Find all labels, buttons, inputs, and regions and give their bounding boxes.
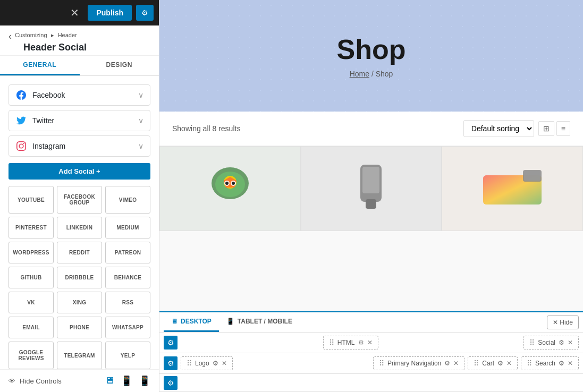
hide-controls-label[interactable]: 👁 Hide Controls — [9, 377, 62, 385]
social-grid: YOUTUBE FACEBOOK GROUP VIMEO PINTEREST L… — [0, 186, 159, 369]
tab-general[interactable]: GENERAL — [0, 56, 80, 75]
shop-toolbar: Showing all 8 results Default sorting ⊞ … — [159, 112, 583, 146]
cart-close-icon[interactable]: ✕ — [506, 360, 512, 367]
hide-controls-text: Hide Controls — [20, 377, 62, 385]
social-item-twitter[interactable]: Twitter ∨ — [9, 110, 150, 131]
sort-select[interactable]: Default sorting — [463, 120, 534, 137]
product-card-3[interactable] — [442, 146, 583, 231]
builder-tabs: 🖥 DESKTOP 📱 TABLET / MOBILE ✕ Hide — [159, 312, 583, 333]
list-view-button[interactable]: ≡ — [556, 121, 570, 136]
social-drag-handle[interactable]: ⠿ — [529, 338, 535, 347]
widget-html[interactable]: ⠿ HTML ⚙ ✕ — [323, 336, 378, 350]
svg-rect-8 — [362, 167, 379, 193]
grid-btn-facebook-group[interactable]: FACEBOOK GROUP — [57, 186, 102, 214]
breadcrumb: Customizing ▸ Header — [9, 32, 150, 39]
social-item-instagram[interactable]: Instagram ∨ — [9, 135, 150, 157]
desktop-tab-icon: 🖥 — [171, 318, 178, 325]
html-drag-handle[interactable]: ⠿ — [329, 338, 334, 347]
grid-btn-google-reviews[interactable]: GOOGLE REVIEWS — [9, 342, 54, 369]
desktop-icon[interactable]: 🖥 — [105, 375, 114, 387]
shop-breadcrumb-current: Shop — [376, 70, 393, 78]
html-close-icon[interactable]: ✕ — [367, 339, 373, 346]
grid-btn-pinterest[interactable]: PINTEREST — [9, 217, 54, 238]
grid-btn-rss[interactable]: RSS — [105, 292, 150, 313]
grid-btn-whatsapp[interactable]: WHATSAPP — [105, 317, 150, 338]
grid-btn-github[interactable]: GITHUB — [9, 267, 54, 288]
hide-button[interactable]: ✕ Hide — [547, 316, 579, 329]
settings-button[interactable]: ⚙ — [136, 5, 154, 21]
shop-home-link[interactable]: Home — [350, 70, 369, 78]
search-close-icon[interactable]: ✕ — [568, 360, 573, 367]
social-close-icon[interactable]: ✕ — [568, 339, 573, 346]
grid-btn-medium[interactable]: MEDIUM — [105, 217, 150, 238]
builder-tab-tablet[interactable]: 📱 TABLET / MOBILE — [219, 312, 300, 332]
grid-btn-linkedin[interactable]: LINKEDIN — [57, 217, 102, 238]
shop-breadcrumb: Home / Shop — [350, 70, 393, 78]
mobile-icon[interactable]: 📱 — [139, 375, 150, 387]
logo-drag-handle[interactable]: ⠿ — [187, 359, 192, 368]
product-image-2 — [301, 147, 442, 231]
product-card-2[interactable] — [301, 146, 442, 231]
grid-btn-wordpress[interactable]: WORDPRESS — [9, 242, 54, 263]
shop-breadcrumb-sep: / — [371, 70, 376, 78]
grid-btn-vimeo[interactable]: VIMEO — [105, 186, 150, 214]
grid-view-button[interactable]: ⊞ — [538, 121, 554, 136]
svg-rect-13 — [524, 171, 540, 181]
row1-settings-button[interactable]: ⚙ — [164, 336, 178, 350]
publish-button[interactable]: Publish — [88, 5, 132, 21]
hide-controls-bar: 👁 Hide Controls 🖥 📱 📱 — [0, 369, 159, 392]
instagram-chevron: ∨ — [138, 142, 143, 150]
widget-logo[interactable]: ⠿ Logo ⚙ ✕ — [181, 356, 233, 370]
nav-close-icon[interactable]: ✕ — [453, 360, 459, 367]
search-gear-icon[interactable]: ⚙ — [559, 360, 564, 367]
facebook-label: Facebook — [32, 91, 138, 99]
grid-btn-xing[interactable]: XING — [57, 292, 102, 313]
html-gear-icon[interactable]: ⚙ — [358, 339, 364, 346]
social-item-facebook[interactable]: Facebook ∨ — [9, 84, 150, 106]
cart-drag-handle[interactable]: ⠿ — [474, 359, 479, 368]
widget-cart[interactable]: ⠿ Cart ⚙ ✕ — [468, 356, 518, 370]
sort-area: Default sorting ⊞ ≡ — [463, 120, 570, 137]
breadcrumb-separator: ▸ — [51, 32, 56, 38]
logo-close-icon[interactable]: ✕ — [222, 360, 227, 367]
product-image-1 — [160, 147, 300, 231]
grid-btn-patreon[interactable]: PATREON — [105, 242, 150, 263]
grid-btn-reddit[interactable]: REDDIT — [57, 242, 102, 263]
grid-btn-youtube[interactable]: YOUTUBE — [9, 186, 54, 214]
twitter-chevron: ∨ — [138, 116, 143, 125]
nav-label: Primary Navigation — [387, 360, 441, 367]
instagram-label: Instagram — [32, 142, 138, 150]
tab-design[interactable]: DESIGN — [80, 56, 159, 75]
grid-btn-telegram[interactable]: TELEGRAM — [57, 342, 102, 369]
device-icons: 🖥 📱 📱 — [105, 375, 150, 387]
row2-settings-button[interactable]: ⚙ — [164, 356, 178, 370]
grid-btn-phone[interactable]: PHONE — [57, 317, 102, 338]
builder-tab-desktop[interactable]: 🖥 DESKTOP — [164, 312, 219, 332]
shop-title: Shop — [337, 33, 406, 65]
grid-btn-behance[interactable]: BEHANCE — [105, 267, 150, 288]
nav-drag-handle[interactable]: ⠿ — [379, 359, 384, 368]
social-gear-icon[interactable]: ⚙ — [559, 339, 564, 346]
widget-search[interactable]: ⠿ Search ⚙ ✕ — [521, 356, 579, 370]
grid-btn-yelp[interactable]: YELP — [105, 342, 150, 369]
social-list: Facebook ∨ Twitter ∨ Instagram ∨ — [0, 76, 159, 161]
tabs: GENERAL DESIGN — [0, 56, 159, 76]
back-button[interactable]: ‹ — [9, 31, 12, 42]
logo-gear-icon[interactable]: ⚙ — [213, 360, 218, 367]
tablet-icon[interactable]: 📱 — [121, 375, 132, 387]
product-image-3 — [442, 147, 582, 231]
product-card-1[interactable] — [159, 146, 301, 231]
widget-primary-navigation[interactable]: ⠿ Primary Navigation ⚙ ✕ — [373, 356, 464, 370]
close-button[interactable]: ✕ — [66, 4, 83, 21]
search-drag-handle[interactable]: ⠿ — [527, 359, 532, 368]
grid-btn-dribbble[interactable]: DRIBBBLE — [57, 267, 102, 288]
cart-gear-icon[interactable]: ⚙ — [497, 360, 503, 367]
breadcrumb-customizing[interactable]: Customizing — [15, 32, 47, 38]
row3-settings-button[interactable]: ⚙ — [164, 376, 178, 390]
nav-gear-icon[interactable]: ⚙ — [444, 360, 450, 367]
grid-btn-vk[interactable]: VK — [9, 292, 54, 313]
add-social-button[interactable]: Add Social + — [9, 163, 150, 180]
grid-btn-email[interactable]: EMAIL — [9, 317, 54, 338]
breadcrumb-header[interactable]: Header — [58, 32, 77, 38]
widget-social[interactable]: ⠿ Social ⚙ ✕ — [523, 336, 579, 350]
